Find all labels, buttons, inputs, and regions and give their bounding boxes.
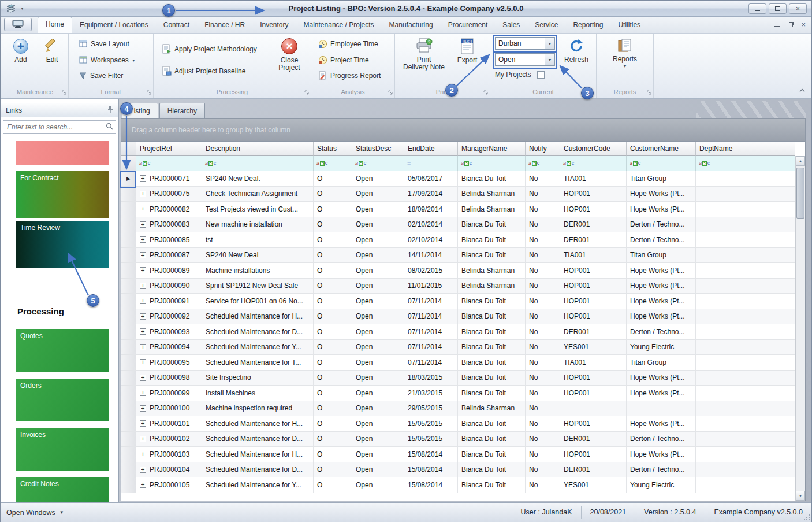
document-tab-hierarchy[interactable]: Hierarchy <box>159 103 205 118</box>
cell-status[interactable]: O <box>314 294 352 309</box>
ribbon-tab-utilities[interactable]: Utilities <box>610 18 648 33</box>
cell-statusdesc[interactable]: Open <box>352 171 404 187</box>
cell-statusdesc[interactable]: Open <box>352 202 404 217</box>
cell-customercode[interactable]: DER001 <box>560 217 627 233</box>
column-header-deptname[interactable]: DeptName <box>696 142 766 156</box>
project-time-button[interactable]: Project Time <box>318 54 369 66</box>
cell-customercode[interactable]: YES001 <box>560 477 627 493</box>
cell-managername[interactable]: Bianca Du Toit <box>458 355 526 371</box>
row-expand-icon[interactable]: + <box>140 390 146 396</box>
cell-managername[interactable]: Belinda Sharman <box>458 401 526 417</box>
column-header-enddate[interactable]: EndDate <box>404 142 458 156</box>
row-expand-icon[interactable]: + <box>140 420 146 427</box>
cell-projectref[interactable]: +PRJ0000094 <box>136 340 202 356</box>
scroll-down-button[interactable]: ▼ <box>796 491 805 501</box>
cell-projectref[interactable]: +PRJ0000085 <box>136 232 202 248</box>
cell-deptname[interactable] <box>696 477 766 493</box>
cell-status[interactable]: O <box>314 340 352 356</box>
cell-notify[interactable]: No <box>526 171 560 187</box>
cell-projectref[interactable]: +PRJ0000082 <box>136 202 202 217</box>
cell-statusdesc[interactable]: Open <box>352 187 404 202</box>
cell-statusdesc[interactable]: Open <box>352 263 404 279</box>
cell-notify[interactable]: No <box>526 355 560 371</box>
cell-notify[interactable]: No <box>526 462 560 478</box>
cell-customercode[interactable]: HOP001 <box>560 263 627 279</box>
cell-statusdesc[interactable]: Open <box>352 371 404 386</box>
cell-deptname[interactable] <box>696 371 766 386</box>
cell-description[interactable]: Scheduled Maintenance for Y... <box>202 340 314 356</box>
cell-description[interactable]: Sprint SP1912 New Deal Sale <box>202 279 314 294</box>
workspaces-button[interactable]: Workspaces ▼ <box>79 54 136 66</box>
cell-managername[interactable]: Bianca Du Toit <box>458 447 526 462</box>
cell-enddate[interactable]: 07/11/2014 <box>404 355 458 371</box>
cell-enddate[interactable]: 07/11/2014 <box>404 294 458 309</box>
cell-managername[interactable]: Bianca Du Toit <box>458 477 526 493</box>
cell-managername[interactable]: Bianca Du Toit <box>458 248 526 264</box>
cell-customercode[interactable]: HOP001 <box>560 371 627 386</box>
cell-enddate[interactable]: 11/01/2015 <box>404 279 458 294</box>
search-icon[interactable] <box>106 123 113 132</box>
cell-deptname[interactable] <box>696 324 766 340</box>
dialog-launcher-icon[interactable] <box>147 89 151 96</box>
cell-status[interactable]: O <box>314 217 352 233</box>
cell-customername[interactable]: Hope Works (Pt... <box>627 279 696 294</box>
cell-customername[interactable]: Hope Works (Pt... <box>627 447 696 462</box>
cell-notify[interactable]: No <box>526 324 560 340</box>
cell-status[interactable]: O <box>314 202 352 217</box>
cell-managername[interactable]: Belinda Sharman <box>458 263 526 279</box>
cell-customername[interactable]: Hope Works (Pt... <box>627 202 696 217</box>
row-expand-icon[interactable]: + <box>140 405 146 412</box>
cell-statusdesc[interactable]: Open <box>352 401 404 417</box>
cell-status[interactable]: O <box>314 447 352 462</box>
cell-status[interactable]: O <box>314 263 352 279</box>
grid-row[interactable]: +PRJ0000091Service for HOP001 on 06 No..… <box>121 294 805 309</box>
filter-cell-deptname[interactable]: aBc <box>696 156 766 171</box>
status-filter-caret-icon[interactable]: ▼ <box>545 54 554 65</box>
cell-status[interactable]: O <box>314 248 352 264</box>
cell-projectref[interactable]: +PRJ0000090 <box>136 279 202 294</box>
sidebar-link-quotes[interactable]: Quotes <box>16 329 109 372</box>
cell-status[interactable]: O <box>314 309 352 325</box>
grid-row[interactable]: +PRJ0000082Test Projects viewed in Cust.… <box>121 202 805 217</box>
cell-projectref[interactable]: +PRJ0000099 <box>136 386 202 401</box>
cell-customercode[interactable]: TIA001 <box>560 355 627 371</box>
cell-customercode[interactable]: DER001 <box>560 462 627 478</box>
cell-statusdesc[interactable]: Open <box>352 355 404 371</box>
cell-notify[interactable]: No <box>526 294 560 309</box>
filter-cell-status[interactable]: aBc <box>314 156 352 171</box>
cell-enddate[interactable]: 21/03/2015 <box>404 386 458 401</box>
row-expand-icon[interactable]: + <box>140 283 146 289</box>
row-expand-icon[interactable]: + <box>140 191 146 197</box>
cell-notify[interactable]: No <box>526 477 560 493</box>
cell-notify[interactable]: No <box>526 416 560 432</box>
filter-cell-projectref[interactable]: aBc <box>136 156 202 171</box>
cell-customercode[interactable]: TIA001 <box>560 171 627 187</box>
cell-enddate[interactable]: 15/08/2014 <box>404 462 458 478</box>
cell-deptname[interactable] <box>696 263 766 279</box>
site-filter-dropdown[interactable]: Durban ▼ <box>495 37 555 50</box>
cell-statusdesc[interactable]: Open <box>352 432 404 447</box>
ribbon-tab-sales[interactable]: Sales <box>495 18 527 33</box>
cell-enddate[interactable]: 15/05/2015 <box>404 432 458 447</box>
cell-notify[interactable]: No <box>526 187 560 202</box>
vertical-scrollbar[interactable]: ▲ ▼ <box>795 156 805 501</box>
cell-customername[interactable]: Titan Group <box>627 248 696 264</box>
row-expand-icon[interactable]: + <box>140 467 146 473</box>
cell-projectref[interactable]: +PRJ0000101 <box>136 416 202 432</box>
row-expand-icon[interactable]: + <box>140 436 146 442</box>
cell-deptname[interactable] <box>696 432 766 447</box>
cell-managername[interactable]: Bianca Du Toit <box>458 432 526 447</box>
cell-managername[interactable]: Bianca Du Toit <box>458 340 526 356</box>
cell-notify[interactable]: No <box>526 401 560 417</box>
progress-report-button[interactable]: Progress Report <box>318 70 381 82</box>
site-filter-caret-icon[interactable]: ▼ <box>545 38 554 49</box>
reports-button[interactable]: Reports ▼ <box>606 38 643 68</box>
cell-description[interactable]: Scheduled Maintenance for D... <box>202 432 314 447</box>
cell-customername[interactable]: Hope Works (Pt... <box>627 416 696 432</box>
mdi-minimize-icon[interactable] <box>774 26 780 27</box>
cell-customercode[interactable]: HOP001 <box>560 279 627 294</box>
cell-enddate[interactable]: 17/09/2014 <box>404 187 458 202</box>
cell-projectref[interactable]: +PRJ0000093 <box>136 324 202 340</box>
grid-row[interactable]: +PRJ0000087SP240 New DealOOpen14/11/2014… <box>121 248 805 264</box>
filter-cell-customername[interactable]: aBc <box>627 156 696 171</box>
